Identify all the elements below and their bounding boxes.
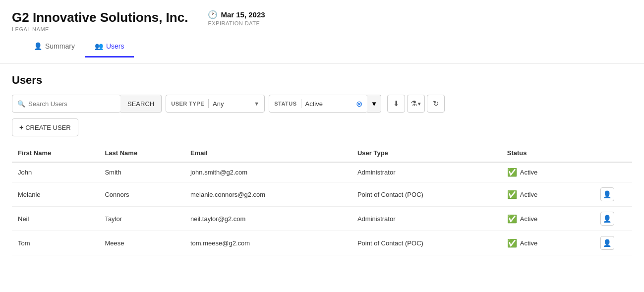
filter-divider: [208, 99, 209, 108]
user-action-icon: 👤: [603, 190, 611, 198]
cell-email: john.smith@g2.com: [184, 162, 351, 182]
create-plus-icon: +: [19, 123, 23, 131]
cell-first-name: Neil: [12, 207, 99, 231]
search-button[interactable]: SEARCH: [120, 95, 162, 113]
user-type-value: Any: [213, 100, 251, 108]
table-row: John Smith john.smith@g2.com Administrat…: [12, 162, 632, 182]
user-type-label: USER TYPE: [171, 101, 204, 107]
tab-summary-label: Summary: [45, 42, 75, 50]
search-box: 🔍: [12, 95, 121, 113]
summary-icon: 👤: [34, 42, 42, 50]
table-row: Melanie Connors melanie.connors@g2.com P…: [12, 182, 632, 207]
status-label: STATUS: [274, 101, 296, 107]
cell-first-name: Melanie: [12, 182, 99, 207]
cell-email: tom.meese@g2.com: [184, 231, 351, 255]
expiration-date-value: Mar 15, 2023: [221, 10, 265, 19]
search-input[interactable]: [28, 100, 108, 108]
clock-icon: 🕐: [208, 10, 218, 19]
active-check-icon: ✅: [507, 168, 517, 177]
cell-status: ✅ Active: [501, 162, 583, 182]
create-user-button[interactable]: + CREATE USER: [12, 118, 78, 136]
active-check-icon: ✅: [507, 214, 517, 224]
cell-action: 👤: [583, 182, 632, 207]
refresh-button[interactable]: ↻: [427, 95, 445, 113]
col-user-type: User Type: [351, 144, 501, 162]
users-icon: 👥: [95, 42, 103, 50]
user-type-arrow-icon: ▼: [254, 101, 259, 107]
download-button[interactable]: ⬇: [387, 95, 405, 113]
cell-last-name: Meese: [99, 231, 184, 255]
user-type-filter[interactable]: USER TYPE Any ▼: [166, 95, 265, 113]
col-actions: [583, 144, 632, 162]
user-action-button[interactable]: 👤: [600, 187, 614, 201]
active-check-icon: ✅: [507, 238, 517, 248]
col-last-name: Last Name: [99, 144, 184, 162]
user-action-button[interactable]: 👤: [600, 212, 614, 226]
filter-button[interactable]: ⚗ ▼: [407, 95, 425, 113]
toolbar: 🔍 SEARCH USER TYPE Any ▼ STATUS Active ⊗…: [12, 95, 632, 113]
status-text: Active: [520, 215, 537, 223]
tab-users-label: Users: [106, 42, 124, 50]
cell-email: neil.taylor@g2.com: [184, 207, 351, 231]
cell-user-type: Administrator: [351, 162, 501, 182]
status-dropdown-arrow-icon: ▼: [371, 100, 377, 108]
user-action-icon: 👤: [603, 239, 611, 247]
action-icons: ⬇ ⚗ ▼ ↻: [387, 95, 445, 113]
status-filter[interactable]: STATUS Active ⊗: [269, 95, 368, 113]
download-icon: ⬇: [393, 99, 400, 108]
tab-summary[interactable]: 👤 Summary: [24, 36, 85, 58]
legal-label: LEGAL NAME: [12, 26, 188, 32]
cell-last-name: Connors: [99, 182, 184, 207]
main-content: Users 🔍 SEARCH USER TYPE Any ▼ STATUS Ac…: [0, 64, 644, 265]
header: G2 Innovative Solutions, Inc. LEGAL NAME…: [0, 0, 644, 64]
table-row: Neil Taylor neil.taylor@g2.com Administr…: [12, 207, 632, 231]
cell-status: ✅ Active: [501, 182, 583, 207]
refresh-icon: ↻: [433, 99, 439, 108]
search-icon: 🔍: [17, 100, 25, 108]
status-text: Active: [520, 191, 537, 198]
status-text: Active: [520, 169, 537, 176]
cell-last-name: Smith: [99, 162, 184, 182]
users-table: First Name Last Name Email User Type Sta…: [12, 144, 632, 255]
table-header-row: First Name Last Name Email User Type Sta…: [12, 144, 632, 162]
user-action-button[interactable]: 👤: [600, 236, 614, 250]
status-value: Active: [305, 100, 354, 108]
user-action-icon: 👤: [603, 215, 611, 223]
filter-arrow-icon: ▼: [417, 101, 422, 107]
table-row: Tom Meese tom.meese@g2.com Point of Cont…: [12, 231, 632, 255]
cell-action: 👤: [583, 231, 632, 255]
tabs-nav: 👤 Summary 👥 Users: [12, 36, 632, 58]
status-clear-icon[interactable]: ⊗: [356, 99, 362, 109]
tab-users[interactable]: 👥 Users: [85, 36, 134, 58]
cell-action: [583, 162, 632, 182]
status-dropdown-button[interactable]: ▼: [367, 95, 381, 113]
status-divider: [301, 99, 301, 108]
filter-icon: ⚗: [410, 99, 417, 108]
cell-user-type: Point of Contact (POC): [351, 231, 501, 255]
cell-email: melanie.connors@g2.com: [184, 182, 351, 207]
cell-user-type: Point of Contact (POC): [351, 182, 501, 207]
cell-action: 👤: [583, 207, 632, 231]
cell-first-name: John: [12, 162, 99, 182]
company-name: G2 Innovative Solutions, Inc.: [12, 10, 188, 25]
cell-status: ✅ Active: [501, 231, 583, 255]
status-text: Active: [520, 239, 537, 247]
active-check-icon: ✅: [507, 190, 517, 199]
cell-first-name: Tom: [12, 231, 99, 255]
expiration-label: EXPIRATION DATE: [208, 20, 265, 26]
cell-last-name: Taylor: [99, 207, 184, 231]
col-status: Status: [501, 144, 583, 162]
col-first-name: First Name: [12, 144, 99, 162]
create-user-label: CREATE USER: [25, 124, 71, 131]
cell-status: ✅ Active: [501, 207, 583, 231]
col-email: Email: [184, 144, 351, 162]
cell-user-type: Administrator: [351, 207, 501, 231]
page-title: Users: [12, 74, 632, 87]
